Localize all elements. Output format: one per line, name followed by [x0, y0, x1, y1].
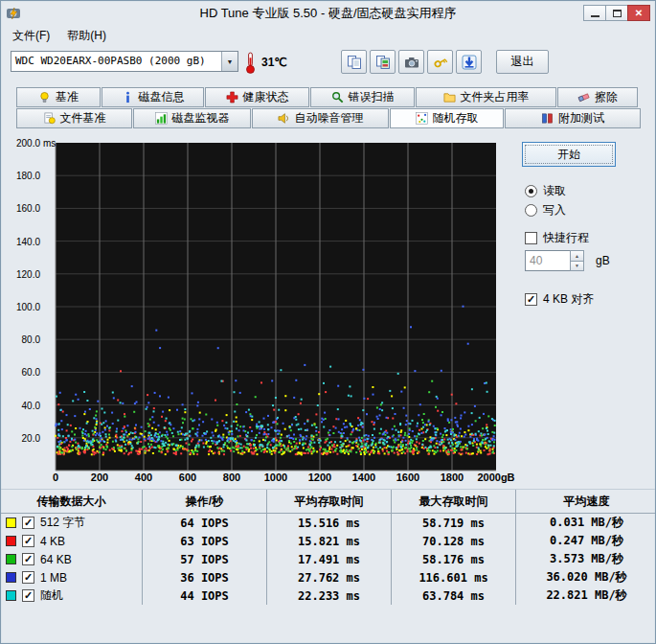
monitor-icon — [155, 112, 168, 125]
read-radio[interactable] — [525, 185, 537, 197]
svg-text:400: 400 — [135, 472, 152, 483]
titlebar[interactable]: HD Tune 专业版 5.50 - 硬盘/固态硬盘实用程序 ✕ — [1, 1, 655, 25]
max-access-value: 58.719 ms — [392, 514, 516, 532]
extra-tests-icon — [541, 112, 554, 125]
tab-folder[interactable]: 文件夹占用率 — [416, 87, 556, 107]
svg-text:1600: 1600 — [396, 472, 419, 483]
results-body: 512 字节64 IOPS15.516 ms58.719 ms0.031 MB/… — [1, 514, 656, 605]
read-option[interactable]: 读取 — [525, 183, 566, 199]
write-option[interactable]: 写入 — [525, 202, 566, 218]
folder-icon — [443, 91, 456, 104]
copy-image-button[interactable] — [370, 50, 396, 74]
series-checkbox[interactable] — [22, 517, 34, 529]
iops-value: 64 IOPS — [143, 514, 267, 532]
iops-value: 57 IOPS — [143, 550, 267, 568]
close-button[interactable]: ✕ — [627, 5, 650, 21]
start-button[interactable]: 开始 — [522, 142, 616, 167]
tab-label: 磁盘信息 — [139, 89, 185, 105]
update-button[interactable] — [456, 50, 482, 74]
series-name-cell: 64 KB — [1, 550, 143, 568]
tab-scan[interactable]: 错误扫描 — [310, 87, 415, 107]
avg-access-value: 15.821 ms — [267, 532, 392, 550]
series-color-swatch — [6, 536, 16, 546]
col-header-avg-speed: 平均速度 — [516, 490, 656, 513]
svg-text:200: 200 — [91, 472, 108, 483]
series-checkbox[interactable] — [22, 571, 34, 584]
short-stroke-checkbox[interactable] — [525, 232, 537, 244]
copy-button[interactable] — [341, 50, 367, 74]
max-access-value: 116.601 ms — [392, 568, 516, 586]
svg-text:20.0: 20.0 — [22, 433, 41, 444]
svg-text:180.0: 180.0 — [16, 171, 40, 181]
series-checkbox[interactable] — [22, 553, 34, 565]
avg-access-value: 27.762 ms — [267, 568, 392, 586]
iops-value: 44 IOPS — [143, 586, 267, 605]
avg-speed-value: 36.020 MB/秒 — [516, 568, 656, 586]
options-button[interactable] — [427, 50, 453, 74]
drive-select-arrow-button[interactable]: ▼ — [221, 52, 238, 71]
svg-text:1000: 1000 — [264, 472, 287, 483]
copy-icon — [347, 55, 362, 70]
health-icon — [226, 91, 238, 104]
svg-text:1800: 1800 — [441, 472, 464, 483]
svg-text:80.0: 80.0 — [22, 334, 41, 345]
table-row: 64 KB57 IOPS17.491 ms58.176 ms3.573 MB/秒 — [1, 550, 656, 568]
series-label: 512 字节 — [40, 515, 85, 531]
minimize-icon — [591, 15, 599, 17]
menu-help[interactable]: 帮助(H) — [58, 25, 115, 47]
write-radio[interactable] — [525, 204, 537, 217]
max-access-value: 58.176 ms — [392, 550, 516, 568]
hdtune-window: HD Tune 专业版 5.50 - 硬盘/固态硬盘实用程序 ✕ 文件(F) 帮… — [0, 0, 656, 644]
capacity-input[interactable] — [525, 250, 571, 271]
svg-text:2000gB: 2000gB — [477, 472, 514, 483]
iops-value: 36 IOPS — [143, 568, 267, 586]
align-checkbox[interactable] — [525, 293, 537, 306]
tab-file-benchmark[interactable]: 文件基准 — [16, 108, 132, 128]
erase-icon — [577, 91, 590, 104]
max-access-value: 70.128 ms — [392, 532, 516, 550]
series-checkbox[interactable] — [22, 589, 34, 602]
menu-file[interactable]: 文件(F) — [4, 25, 58, 47]
camera-icon — [404, 55, 419, 70]
read-label: 读取 — [543, 183, 566, 199]
tab-speaker[interactable]: 自动噪音管理 — [252, 108, 389, 128]
spin-down-button[interactable]: ▼ — [570, 261, 584, 272]
col-header-avg-access: 平均存取时间 — [267, 490, 392, 513]
tab-label: 健康状态 — [243, 89, 289, 105]
tab-label: 自动噪音管理 — [295, 110, 364, 126]
tab-label: 随机存取 — [433, 110, 479, 126]
tab-monitor[interactable]: 磁盘监视器 — [133, 108, 251, 128]
series-name-cell: 1 MB — [1, 568, 143, 586]
minimize-button[interactable] — [583, 5, 606, 21]
tab-label: 磁盘监视器 — [172, 110, 230, 126]
tab-info[interactable]: 磁盘信息 — [102, 87, 204, 107]
maximize-button[interactable] — [605, 5, 628, 21]
thermometer-icon — [244, 51, 257, 75]
svg-text:ms: ms — [43, 138, 56, 149]
tab-erase[interactable]: 擦除 — [557, 87, 638, 107]
capacity-unit: gB — [596, 254, 610, 267]
tab-extra-tests[interactable]: 附加测试 — [505, 108, 641, 128]
series-label: 64 KB — [40, 553, 72, 566]
tab-bulb[interactable]: 基准 — [16, 87, 101, 107]
align-option[interactable]: 4 KB 对齐 — [525, 291, 594, 308]
toolbar-buttons — [341, 50, 482, 74]
app-icon — [6, 6, 21, 21]
avg-speed-value: 22.821 MB/秒 — [516, 586, 656, 605]
tab-random-access[interactable]: 随机存取 — [390, 108, 504, 128]
svg-text:160.0: 160.0 — [16, 203, 40, 214]
options-icon — [433, 55, 448, 70]
temperature-value: 31℃ — [261, 56, 287, 69]
control-panel: 开始 读取 写入 快捷行程 ▲ ▼ gB 4 KB 对齐 — [516, 135, 656, 490]
screenshot-button[interactable] — [398, 50, 424, 74]
series-color-swatch — [6, 518, 16, 528]
file-benchmark-icon — [43, 112, 56, 125]
avg-access-value: 22.233 ms — [267, 586, 392, 605]
drive-select[interactable]: WDC WD20EARX-00PASB0 (2000 gB) ▼ — [11, 51, 238, 72]
short-stroke-option[interactable]: 快捷行程 — [525, 230, 589, 246]
tab-label: 擦除 — [595, 89, 618, 105]
capacity-spinner: ▲ ▼ — [570, 250, 584, 271]
exit-button[interactable]: 退出 — [496, 50, 549, 74]
series-checkbox[interactable] — [22, 535, 34, 547]
tab-health[interactable]: 健康状态 — [205, 87, 309, 107]
